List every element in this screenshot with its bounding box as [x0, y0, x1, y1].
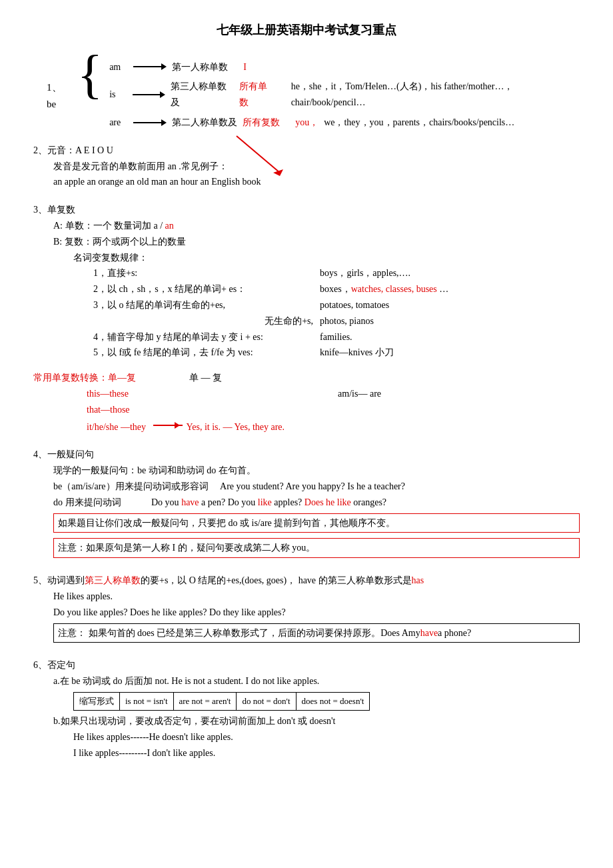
am-arrow — [133, 62, 167, 71]
am-is-are: am/is— are — [338, 386, 381, 402]
s4-line2-ex: Are you student? Are you happy? Is he a … — [220, 481, 405, 491]
s3-title: 3、单复数 — [33, 202, 580, 218]
that-those: that—those — [87, 402, 285, 418]
rule-1-ex: boys，girls，apples,…. — [320, 265, 410, 281]
s4-apples: apples? — [272, 497, 305, 507]
s5-box1-wrapper: 注意： 如果句首的 does 已经是第三人称单数形式了，后面的动词要保持原形。D… — [53, 621, 580, 646]
rule-3-row: 3，以 o 结尾的单词有生命的+es, potatoes, tomatoes — [93, 297, 580, 313]
s4-box2: 注意：如果原句是第一人称 I 的，疑问句要改成第二人称 you。 — [53, 538, 580, 558]
s3-rule-title: 名词变复数规律： — [73, 250, 580, 266]
rule-5-ex: knife—knives 小刀 — [320, 345, 394, 361]
s4-like2: like — [337, 497, 351, 507]
are-examples: we，they，you，parents，chairs/books/pencils… — [324, 115, 514, 131]
contraction-label: 缩写形式 — [74, 692, 120, 710]
s6-b: b.如果只出现动词，要改成否定句，要在动词前面加上 don't 或 doesn'… — [53, 713, 580, 729]
rule-4-num: 4，辅音字母加 y 结尾的单词去 y 变 i + es: — [93, 329, 320, 345]
s6-title: 6、否定句 — [33, 657, 580, 673]
svg-marker-1 — [273, 169, 283, 176]
section-6: 6、否定句 a.在 be 动词或 do 后面加 not. He is not a… — [33, 657, 580, 761]
is-desc1: 第三人称单数及 — [171, 79, 234, 111]
it-arrow — [151, 422, 182, 432]
rule-3b-row: 无生命的+s, photos, pianos — [93, 313, 580, 329]
s4-line3: do 用来提问动词 Do you have a pen? Do you like… — [53, 495, 580, 511]
s4-does-he: Does he — [305, 497, 337, 507]
yes-they: Yes, they are. — [235, 422, 285, 432]
contraction-1: is not = isn't — [120, 692, 174, 710]
rule-5-num: 5，以 f或 fe 结尾的单词，去 f/fe 为 ves: — [93, 345, 320, 361]
is-desc2: 所有单数 — [239, 79, 275, 111]
s5-rest: 的要+s，以 O 结尾的+es,(does, goes)， have 的第三人称… — [141, 575, 412, 585]
this-these: this—these — [87, 386, 285, 402]
be-am-row: am 第一人称单数 I — [109, 59, 580, 75]
am-pronoun: I — [243, 59, 247, 75]
rule-1-num: 1，直接+s: — [93, 265, 320, 281]
s4-title: 4、一般疑问句 — [33, 447, 580, 463]
s5-line1: He likes apples. — [53, 589, 580, 605]
svg-line-0 — [237, 136, 280, 173]
s4-like: like — [258, 497, 272, 507]
section-1: 1、be { am 第一人称单数 I is 第三人称单数及所有单数 he，she… — [33, 54, 580, 131]
s4-line1: 现学的一般疑问句：be 动词和助动词 do 在句首。 — [53, 463, 580, 479]
it-they-text: it/he/she —they — [87, 422, 146, 432]
am-desc: 第一人称单数 — [172, 59, 228, 75]
diagonal-arrow-icon — [233, 133, 287, 176]
contraction-2: are not = aren't — [173, 692, 237, 710]
are-desc1: 第二人称单数及 — [172, 115, 237, 131]
s6-ex1: He likes apples------He doesn't like app… — [73, 729, 580, 745]
rule-3-ex: potatoes, tomatoes — [320, 297, 389, 313]
page-title: 七年级上册英语期中考试复习重点 — [33, 20, 580, 41]
s4-box2-wrapper: 注意：如果原句是第一人称 I 的，疑问句要改成第二人称 you。 — [53, 535, 580, 561]
be-bracket: { — [77, 47, 103, 101]
contraction-4: does not = doesn't — [296, 692, 370, 710]
rule-2-num: 2，以 ch，sh，s，x 结尾的单词+ es： — [93, 281, 320, 297]
s2-title: 2、元音：A E I O U — [33, 143, 580, 159]
s5-have: have — [420, 628, 438, 638]
section-3: 3、单复数 A: 单数：一个 数量词加 a / an B: 复数：两个或两个以上… — [33, 202, 580, 435]
rule-1-row: 1，直接+s: boys，girls，apples,…. — [93, 265, 580, 281]
s4-have: have — [181, 497, 199, 507]
conversion-title: 常用单复数转换：单—复 — [33, 370, 136, 386]
s2-examples: an apple an orange an old man an hour an… — [53, 174, 580, 190]
be-label: 1、be — [47, 79, 71, 113]
contraction-table: 缩写形式 is not = isn't are not = aren't do … — [73, 692, 370, 711]
s4-do-you: Do you — [151, 497, 181, 507]
rule-3b-ex: photos, pianos — [320, 313, 374, 329]
rule-4-ex: families. — [320, 329, 352, 345]
section-5: 5、动词遇到第三人称单数的要+s，以 O 结尾的+es,(does, goes)… — [33, 573, 580, 645]
rule-3b-num: 无生命的+s, — [93, 313, 320, 329]
be-are-row: are 第二人称单数及所有复数 you，we，they，you，parents，… — [109, 115, 580, 131]
are-arrow — [133, 118, 167, 127]
am-verb: am — [109, 59, 128, 75]
s5-line2: Do you like apples? Does he like apples?… — [53, 605, 580, 621]
is-examples: he，she，it，Tom/Helen…(人名)，his father/moth… — [291, 79, 580, 111]
be-is-row: is 第三人称单数及所有单数 he，she，it，Tom/Helen…(人名)，… — [109, 79, 580, 111]
s4-oranges: oranges? — [351, 497, 386, 507]
am-is-are-col: am/is— are — [338, 386, 381, 435]
s4-pen: a pen? Do you — [199, 497, 258, 507]
s5-box1: 注意： 如果句首的 does 已经是第三人称单数形式了，后面的动词要保持原形。D… — [53, 623, 580, 643]
rule-2-row: 2，以 ch，sh，s，x 结尾的单词+ es： boxes，watches, … — [93, 281, 580, 297]
s3-a: A: 单数：一个 数量词加 a / an — [53, 218, 580, 234]
section-2: 2、元音：A E I O U 发音是发元音的单数前面用 an .常见例子： an… — [33, 143, 580, 190]
s3-b: B: 复数：两个或两个以上的数量 — [53, 234, 580, 250]
s5-third: 第三人称单数 — [85, 575, 141, 585]
s4-box1-wrapper: 如果题目让你们改成一般疑问句，只要把 do 或 is/are 提前到句首，其他顺… — [53, 511, 580, 536]
rule-4-row: 4，辅音字母加 y 结尾的单词去 y 变 i + es: families. — [93, 329, 580, 345]
section-4: 4、一般疑问句 现学的一般疑问句：be 动词和助动词 do 在句首。 be（am… — [33, 447, 580, 561]
dash: — — [223, 422, 233, 432]
s6-a: a.在 be 动词或 do 后面加 not. He is not a stude… — [53, 673, 580, 689]
rule-3-num: 3，以 o 结尾的单词有生命的+es, — [93, 297, 320, 313]
is-verb: is — [109, 87, 127, 103]
contraction-3: do not = don't — [237, 692, 296, 710]
is-arrow — [133, 90, 165, 99]
s5-has: has — [412, 575, 424, 585]
rule-2-ex: boxes，watches, classes, buses … — [320, 281, 448, 297]
s5-title: 5、动词遇到第三人称单数的要+s，以 O 结尾的+es,(does, goes)… — [33, 573, 580, 589]
rule-5-row: 5，以 f或 fe 结尾的单词，去 f/fe 为 ves: knife—kniv… — [93, 345, 580, 361]
conversion-section: 常用单复数转换：单—复 单 — 复 this—these that—those … — [33, 370, 580, 435]
are-desc2: 所有复数 — [243, 115, 280, 131]
s6-contraction-row: 缩写形式 is not = isn't are not = aren't do … — [73, 692, 580, 711]
are-verb: are — [109, 115, 128, 131]
are-you: you， — [295, 115, 318, 131]
s4-box1: 如果题目让你们改成一般疑问句，只要把 do 或 is/are 提前到句首，其他顺… — [53, 513, 580, 533]
